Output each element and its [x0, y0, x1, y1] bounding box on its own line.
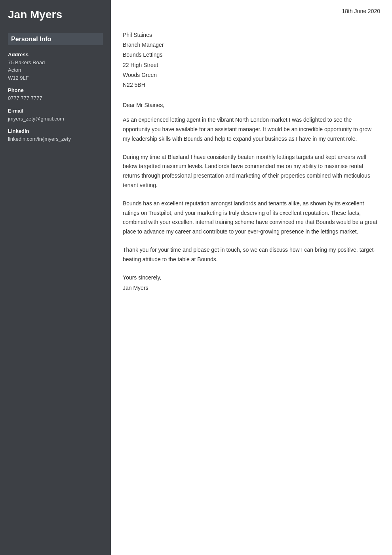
email-section: E-mail jmyers_zety@gmail.com [8, 108, 103, 123]
address-line-2: Acton [8, 66, 103, 74]
sidebar: Jan Myers Personal Info Address 75 Baker… [0, 0, 111, 555]
letter-greeting: Dear Mr Staines, [123, 102, 380, 108]
phone-section: Phone 0777 777 7777 [8, 87, 103, 102]
recipient-area: Woods Green [123, 70, 380, 80]
email-label: E-mail [8, 108, 103, 114]
letter-closing: Yours sincerely, [123, 273, 380, 283]
letter-date: 18th June 2020 [123, 8, 380, 14]
address-line-1: 75 Bakers Road [8, 59, 103, 67]
recipient-name: Phil Staines [123, 30, 380, 40]
email-value: jmyers_zety@gmail.com [8, 115, 103, 123]
applicant-name: Jan Myers [8, 8, 103, 21]
phone-value: 0777 777 7777 [8, 94, 103, 102]
address-label: Address [8, 52, 103, 57]
paragraph-1: As an experienced letting agent in the v… [123, 115, 380, 144]
phone-label: Phone [8, 87, 103, 93]
paragraph-3: Bounds has an excellent reputation among… [123, 199, 380, 237]
letter-sign-name: Jan Myers [123, 283, 380, 293]
main-content: 18th June 2020 Phil Staines Branch Manag… [111, 0, 392, 555]
recipient-block: Phil Staines Branch Manager Bounds Letti… [123, 30, 380, 90]
paragraph-2: During my time at Blaxland I have consis… [123, 153, 380, 190]
linkedin-section: LinkedIn linkedin.com/in/jmyers_zety [8, 128, 103, 143]
recipient-street: 22 High Street [123, 60, 380, 70]
recipient-company: Bounds Lettings [123, 50, 380, 60]
closing-block: Yours sincerely, Jan Myers [123, 273, 380, 293]
linkedin-value: linkedin.com/in/jmyers_zety [8, 135, 103, 143]
linkedin-label: LinkedIn [8, 128, 103, 134]
recipient-postcode: N22 5BH [123, 80, 380, 90]
personal-info-heading: Personal Info [8, 33, 103, 45]
address-section: Address 75 Bakers Road Acton W12 9LF [8, 52, 103, 82]
address-line-3: W12 9LF [8, 74, 103, 82]
paragraph-4: Thank you for your time and please get i… [123, 245, 380, 264]
recipient-title: Branch Manager [123, 40, 380, 50]
